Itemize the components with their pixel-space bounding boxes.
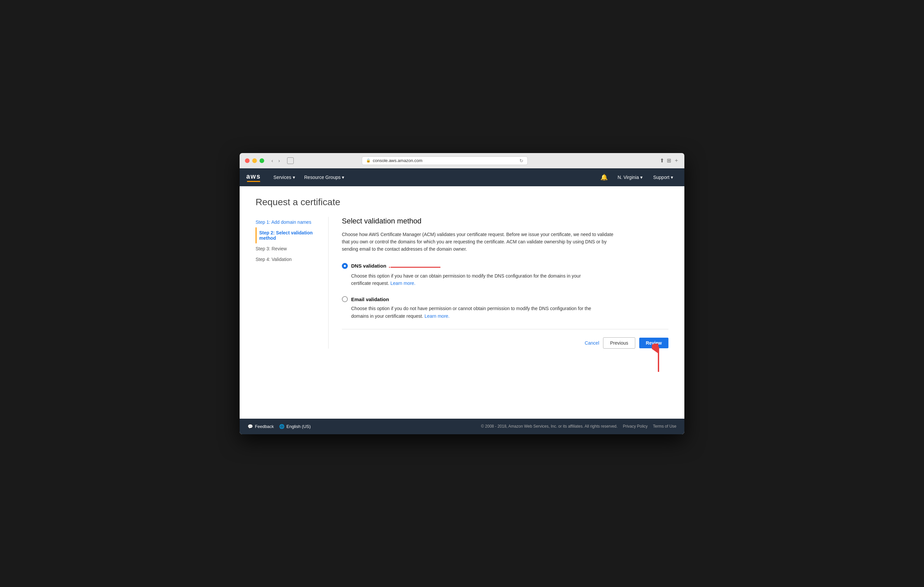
close-button[interactable]	[245, 159, 249, 163]
browser-window: ‹ › 🔒 console.aws.amazon.com ↻ ⬆ ⊞ ＋ aws…	[239, 153, 685, 434]
region-nav[interactable]: N. Virginia ▾	[613, 168, 647, 186]
browser-actions: ⬆ ⊞ ＋	[660, 157, 679, 164]
email-validation-label[interactable]: Email validation	[342, 296, 668, 302]
support-chevron: ▾	[671, 175, 673, 180]
previous-button[interactable]: Previous	[603, 337, 635, 349]
sidebar: Step 1: Add domain names Step 2: Select …	[256, 217, 328, 349]
globe-icon: 🌐	[279, 424, 284, 429]
language-selector[interactable]: 🌐 English (US)	[279, 424, 311, 429]
review-arrow-annotation	[652, 344, 665, 375]
section-title: Select validation method	[342, 217, 668, 225]
resource-groups-nav[interactable]: Resource Groups ▾	[300, 168, 349, 186]
footer-right: © 2008 - 2018, Amazon Web Services, Inc.…	[481, 424, 676, 428]
page-title: Request a certificate	[256, 197, 668, 208]
browser-nav: ‹ ›	[269, 157, 282, 164]
support-nav[interactable]: Support ▾	[648, 168, 678, 186]
dns-arrow-annotation	[389, 262, 442, 272]
terms-of-use-link[interactable]: Terms of Use	[653, 424, 676, 428]
main-content: Select validation method Choose how AWS …	[328, 217, 668, 349]
services-chevron: ▾	[293, 175, 295, 180]
new-tab-button[interactable]: ⊞	[667, 157, 671, 164]
maximize-button[interactable]	[259, 159, 264, 163]
email-learn-more[interactable]: Learn more.	[424, 313, 449, 319]
privacy-policy-link[interactable]: Privacy Policy	[623, 424, 648, 428]
step4-item: Step 4: Validation	[256, 254, 320, 265]
bell-icon[interactable]: 🔔	[596, 174, 612, 181]
dns-label-text: DNS validation	[351, 263, 386, 269]
support-label: Support	[653, 175, 670, 180]
add-button[interactable]: ＋	[674, 157, 679, 164]
region-label: N. Virginia	[618, 175, 639, 180]
aws-logo-bar	[247, 181, 260, 182]
cancel-button[interactable]: Cancel	[585, 340, 599, 346]
footer-left: 💬 Feedback 🌐 English (US)	[248, 424, 311, 429]
step1-item[interactable]: Step 1: Add domain names	[256, 217, 320, 227]
nav-right: 🔔 N. Virginia ▾ Support ▾	[596, 168, 678, 186]
copyright-text: © 2008 - 2018, Amazon Web Services, Inc.…	[481, 424, 617, 428]
email-validation-option: Email validation Choose this option if y…	[342, 296, 668, 320]
step3-item: Step 3: Review	[256, 243, 320, 254]
up-arrow-svg	[652, 344, 665, 374]
email-label-text: Email validation	[351, 296, 389, 302]
services-nav[interactable]: Services ▾	[269, 168, 300, 186]
email-radio-button[interactable]	[342, 296, 348, 302]
dns-learn-more[interactable]: Learn more.	[390, 281, 415, 286]
region-chevron: ▾	[640, 175, 643, 180]
address-bar[interactable]: 🔒 console.aws.amazon.com ↻	[362, 156, 528, 165]
minimize-button[interactable]	[252, 159, 257, 163]
language-label: English (US)	[286, 424, 311, 429]
dns-description: Choose this option if you have or can ob…	[342, 272, 601, 287]
description-text: Choose how AWS Certificate Manager (ACM)…	[342, 231, 614, 253]
resource-groups-chevron: ▾	[342, 175, 344, 180]
share-button[interactable]: ⬆	[660, 157, 664, 164]
browser-titlebar: ‹ › 🔒 console.aws.amazon.com ↻ ⬆ ⊞ ＋	[239, 153, 685, 168]
aws-console: aws Services ▾ Resource Groups ▾ 🔔 N. Vi…	[239, 168, 685, 434]
aws-logo-text: aws	[246, 173, 261, 180]
resource-groups-label: Resource Groups	[304, 175, 341, 180]
feedback-button[interactable]: 💬 Feedback	[248, 424, 274, 429]
content-area: Request a certificate Step 1: Add domain…	[239, 186, 685, 419]
feedback-icon: 💬	[248, 424, 253, 429]
dns-validation-label[interactable]: DNS validation	[342, 263, 386, 269]
review-area: Review	[639, 338, 668, 348]
aws-logo[interactable]: aws	[246, 173, 261, 182]
step2-item: Step 2: Select validation method	[256, 227, 320, 243]
url-text: console.aws.amazon.com	[373, 158, 422, 163]
services-label: Services	[274, 175, 291, 180]
feedback-label: Feedback	[255, 424, 274, 429]
dns-radio-button[interactable]	[342, 263, 348, 269]
action-bar: Cancel Previous Review	[342, 329, 668, 349]
email-description: Choose this option if you do not have pe…	[342, 305, 601, 320]
aws-topnav: aws Services ▾ Resource Groups ▾ 🔔 N. Vi…	[239, 168, 685, 186]
tab-button[interactable]	[287, 157, 294, 164]
forward-button[interactable]: ›	[276, 157, 282, 164]
lock-icon: 🔒	[366, 159, 371, 163]
reload-icon[interactable]: ↻	[520, 158, 523, 163]
dns-validation-option: DNS validation	[342, 262, 668, 287]
browser-dots	[245, 159, 264, 163]
two-col-layout: Step 1: Add domain names Step 2: Select …	[256, 217, 668, 349]
back-button[interactable]: ‹	[269, 157, 275, 164]
aws-footer: 💬 Feedback 🌐 English (US) © 2008 - 2018,…	[239, 419, 685, 434]
